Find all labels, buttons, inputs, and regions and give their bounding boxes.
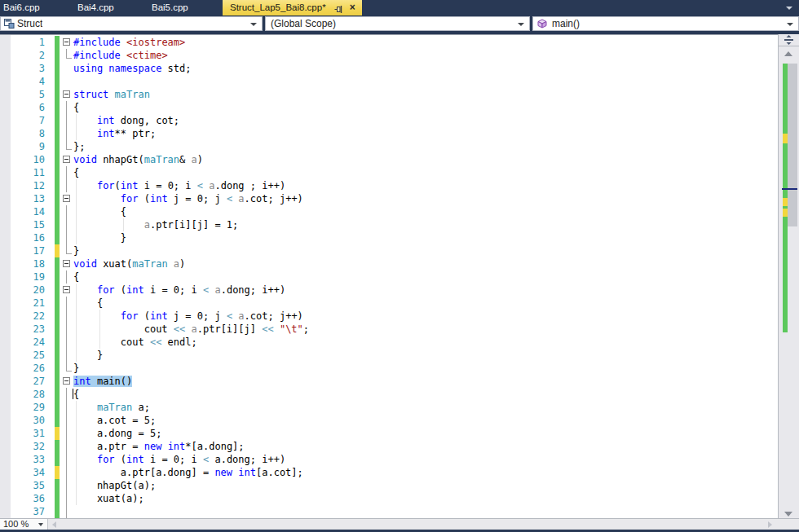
code-line-30: 30 a.cot = 5; <box>0 414 778 427</box>
scroll-left-arrow-icon[interactable] <box>52 521 56 528</box>
code-text: void xuat(maTran a) <box>73 257 185 270</box>
scroll-down-arrow-icon[interactable] <box>784 512 792 517</box>
code-line-12: 12 for(int i = 0; i < a.dong ; i++) <box>0 179 778 192</box>
code-text: int main() <box>73 375 132 388</box>
code-line-29: 29 maTran a; <box>0 401 778 414</box>
fold-collapse-icon[interactable] <box>63 377 70 385</box>
change-tracking-bar <box>55 375 60 388</box>
line-number: 12 <box>11 179 45 192</box>
tab-bai6[interactable]: Bai6.cpp <box>0 0 74 15</box>
line-number: 11 <box>11 166 45 179</box>
fold-collapse-icon[interactable] <box>63 90 70 98</box>
scope-dropdown[interactable]: (Global Scope) <box>265 16 530 31</box>
code-text: nhapGt(a); <box>73 479 156 492</box>
fold-region-line <box>66 388 67 401</box>
code-text: a.ptr[i][j] = 1; <box>73 218 238 231</box>
fold-region-line <box>66 505 67 518</box>
tab-struct-lap5-bai8-active[interactable]: Struct_Lap5_Bai8.cpp* × <box>223 0 362 15</box>
code-editor[interactable]: 1#include <iostream>2#include <ctime>3us… <box>0 34 778 518</box>
code-line-1: 1#include <iostream> <box>0 36 778 49</box>
change-tracking-bar <box>55 270 60 284</box>
line-number: 24 <box>11 336 45 349</box>
code-line-19: 19{ <box>0 270 778 284</box>
split-editor-grip-icon[interactable] <box>779 34 799 46</box>
change-tracking-bar <box>55 427 60 440</box>
scroll-right-arrow-icon[interactable] <box>768 521 772 528</box>
code-line-7: 7 int dong, cot; <box>0 114 778 127</box>
code-line-6: 6{ <box>0 101 778 114</box>
code-line-24: 24 cout << endl; <box>0 336 778 349</box>
line-number: 21 <box>11 297 45 310</box>
change-tracking-bar <box>55 401 60 414</box>
editor-bottom-bar: 100 % <box>0 518 799 530</box>
line-number: 2 <box>11 49 45 62</box>
fold-collapse-icon[interactable] <box>63 38 70 46</box>
fold-region-line <box>66 205 67 218</box>
line-number: 7 <box>11 114 45 127</box>
line-number: 19 <box>11 270 45 284</box>
fold-region-line <box>66 466 67 479</box>
line-number: 32 <box>11 440 45 453</box>
change-tracking-bar <box>55 492 60 505</box>
member-dropdown[interactable]: main() <box>532 16 799 31</box>
change-tracking-bar <box>55 140 60 153</box>
project-dropdown[interactable]: Struct <box>0 16 263 31</box>
code-text: for (int i = 0; i < a.dong; i++) <box>73 284 285 297</box>
code-line-20: 20 for (int i = 0; i < a.dong; i++) <box>0 284 778 297</box>
change-tracking-bar <box>55 49 60 62</box>
line-number: 22 <box>11 310 45 323</box>
tab-bai4[interactable]: Bai4.cpp <box>74 0 148 15</box>
fold-region-line <box>66 401 67 414</box>
zoom-level-dropdown[interactable]: 100 % <box>0 519 48 530</box>
change-tracking-bar <box>55 166 60 179</box>
code-line-28: 28{ <box>0 388 778 401</box>
line-number: 18 <box>11 257 45 270</box>
code-lines: 1#include <iostream>2#include <ctime>3us… <box>0 36 778 519</box>
tab-list-chevron-icon[interactable] <box>786 7 792 10</box>
code-text: { <box>73 101 79 114</box>
line-number: 15 <box>11 218 45 231</box>
zoom-level-value: 100 % <box>0 519 29 529</box>
chevron-down-icon <box>38 523 43 526</box>
tab-label: Bai4.cpp <box>77 2 114 12</box>
change-tracking-bar <box>55 62 60 75</box>
scroll-up-arrow-icon[interactable] <box>784 51 792 56</box>
change-tracking-bar <box>55 388 60 401</box>
fold-collapse-icon[interactable] <box>63 286 70 293</box>
line-number: 1 <box>11 36 45 49</box>
code-text: cout << endl; <box>73 336 197 349</box>
code-text: } <box>73 362 79 375</box>
pin-icon[interactable] <box>334 3 343 12</box>
line-number: 26 <box>11 362 45 375</box>
fold-collapse-icon[interactable] <box>63 260 70 267</box>
fold-region-line <box>66 349 67 362</box>
chevron-down-icon <box>250 23 257 26</box>
close-icon[interactable]: × <box>350 3 355 12</box>
fold-region-end <box>66 58 72 59</box>
change-tracking-bar <box>55 284 60 297</box>
code-line-35: 35 nhapGt(a); <box>0 479 778 492</box>
fold-region-line <box>66 127 67 140</box>
tab-label: Struct_Lap5_Bai8.cpp* <box>230 0 326 15</box>
vertical-scrollbar[interactable] <box>778 34 799 518</box>
change-tracking-bar <box>55 127 60 140</box>
line-number: 6 <box>11 101 45 114</box>
code-text: struct maTran <box>73 88 150 101</box>
line-number: 17 <box>11 244 45 257</box>
change-tracking-bar <box>55 231 60 244</box>
code-text: a.ptr[a.dong] = new int[a.cot]; <box>73 466 303 479</box>
tab-bai5[interactable]: Bai5.cpp <box>148 0 223 15</box>
fold-region-line <box>66 297 67 310</box>
change-tracking-bar <box>55 310 60 323</box>
change-tracking-bar <box>55 179 60 192</box>
change-tracking-bar <box>55 101 60 114</box>
line-number: 14 <box>11 205 45 218</box>
scrollbar-unsaved-mark <box>783 198 788 206</box>
fold-collapse-icon[interactable] <box>63 156 70 163</box>
code-line-2: 2#include <ctime> <box>0 49 778 62</box>
change-tracking-bar <box>55 466 60 479</box>
fold-collapse-icon[interactable] <box>63 195 70 202</box>
code-line-21: 21 { <box>0 297 778 310</box>
code-line-15: 15 a.ptr[i][j] = 1; <box>0 218 778 231</box>
fold-region-line <box>66 114 67 127</box>
